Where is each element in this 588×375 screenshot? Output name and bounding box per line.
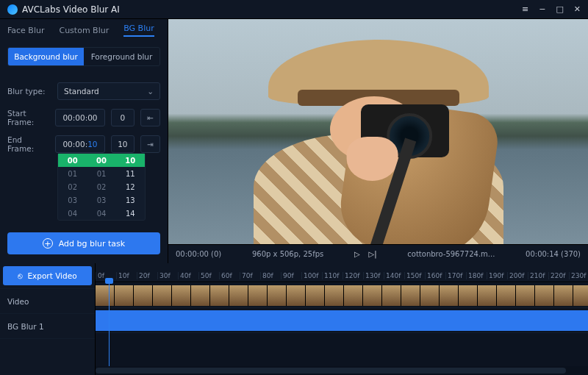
blur-type-select[interactable]: Standard ⌄ [57,82,160,100]
ruler-tick[interactable]: 130f [363,272,384,279]
picker-cell[interactable]: 14 [116,207,145,220]
seg-background-blur[interactable]: Background blur [8,48,84,65]
picker-cell[interactable]: 04 [58,207,87,220]
video-thumbnail[interactable] [229,285,248,306]
video-thumbnail[interactable] [535,285,554,306]
playbar: 00:00:00 (0) 960p x 506p, 25fps ▷ ▷| cot… [168,244,588,263]
ruler-tick[interactable]: 140f [384,272,404,279]
video-track[interactable] [96,282,588,307]
start-frame-set-icon[interactable]: ⇤ [140,109,160,126]
time-picker-popover: 000010 010111 020212 030313 040414 [57,153,146,221]
picker-cell[interactable]: 04 [87,207,115,220]
ruler-tick[interactable]: 90f [281,272,301,279]
picker-cell[interactable]: 00 [87,154,115,167]
picker-cell[interactable]: 10 [116,154,145,167]
ruler-tick[interactable]: 30f [157,272,178,279]
ruler-tick[interactable]: 60f [219,272,240,279]
video-thumbnail[interactable] [573,285,588,306]
ruler-tick[interactable]: 10f [116,272,137,279]
video-thumbnail[interactable] [440,285,459,306]
close-icon[interactable]: ✕ [574,4,581,14]
ruler-tick[interactable]: 110f [322,272,343,279]
video-thumbnail[interactable] [344,285,363,306]
ruler-tick[interactable]: 120f [343,272,363,279]
playbar-filename: cottonbro-5967724.m... [407,250,495,258]
video-thumbnail[interactable] [554,285,573,306]
video-thumbnail[interactable] [382,285,401,306]
video-thumbnail[interactable] [248,285,268,306]
plus-icon: + [43,238,53,249]
preview-pane: 00:00:00 (0) 960p x 506p, 25fps ▷ ▷| cot… [168,19,588,263]
timeline-ruler[interactable]: 0f10f20f30f40f50f60f70f80f90f100f110f120… [96,263,588,282]
ruler-tick[interactable]: 160f [425,272,445,279]
playbar-dimensions: 960p x 506p, 25fps [252,250,323,258]
ruler-tick[interactable]: 70f [240,272,260,279]
tab-face-blur[interactable]: Face Blur [7,26,44,35]
video-thumbnail[interactable] [478,285,497,306]
picker-cell[interactable]: 12 [116,180,145,193]
maximize-icon[interactable]: □ [556,4,563,14]
ruler-tick[interactable]: 20f [137,272,157,279]
picker-cell[interactable]: 11 [116,167,145,180]
end-frame-set-icon[interactable]: ⇥ [140,135,160,153]
end-frame-number[interactable]: 10 [111,135,135,153]
minimize-icon[interactable]: − [539,4,545,14]
start-frame-number[interactable]: 0 [111,109,135,126]
video-thumbnail[interactable] [115,285,134,306]
ruler-tick[interactable]: 80f [260,272,281,279]
ruler-tick[interactable]: 170f [445,272,466,279]
ruler-tick[interactable]: 100f [301,272,322,279]
video-thumbnail[interactable] [287,285,306,306]
video-thumbnail[interactable] [210,285,229,306]
video-thumbnail[interactable] [497,285,516,306]
playbar-total: 00:00:14 (370) [526,250,581,258]
ruler-tick[interactable]: 200f [507,272,528,279]
ruler-tick[interactable]: 50f [198,272,219,279]
ruler-tick[interactable]: 230f [569,272,588,279]
titlebar: AVCLabs Video Blur AI ≡ − □ ✕ [0,0,588,19]
picker-cell[interactable]: 02 [58,180,87,193]
picker-cell[interactable]: 01 [58,167,87,180]
start-frame-time[interactable]: 00:00:00 [55,109,104,126]
video-thumbnail[interactable] [153,285,172,306]
tab-bg-blur[interactable]: BG Blur [123,24,154,37]
add-bg-blur-task-button[interactable]: + Add bg blur task [7,232,160,254]
picker-cell[interactable]: 00 [58,154,87,167]
ruler-tick[interactable]: 220f [548,272,569,279]
video-thumbnail[interactable] [306,285,325,306]
picker-cell[interactable]: 13 [116,193,145,207]
export-video-button[interactable]: ⎋ Export Video [3,266,92,285]
menu-icon[interactable]: ≡ [522,4,528,14]
video-thumbnail[interactable] [363,285,382,306]
picker-cell[interactable]: 03 [87,193,115,207]
ruler-tick[interactable]: 150f [404,272,425,279]
video-thumbnail[interactable] [172,285,191,306]
ruler-tick[interactable]: 40f [178,272,198,279]
picker-cell[interactable]: 02 [87,180,115,193]
video-preview[interactable] [168,19,588,244]
video-thumbnail[interactable] [401,285,420,306]
bgblur-track[interactable] [96,307,588,332]
video-thumbnail[interactable] [96,285,115,306]
video-thumbnail[interactable] [420,285,440,306]
chevron-down-icon: ⌄ [147,87,154,96]
video-thumbnail[interactable] [134,285,153,306]
video-thumbnail[interactable] [268,285,287,306]
timeline-scrollbar[interactable] [96,366,588,375]
seg-foreground-blur[interactable]: Foreground blur [84,48,159,65]
bgblur-clip[interactable] [96,310,588,331]
picker-cell[interactable]: 03 [58,193,87,207]
video-thumbnail[interactable] [325,285,344,306]
video-thumbnail[interactable] [191,285,210,306]
next-frame-icon[interactable]: ▷| [369,250,377,258]
tab-custom-blur[interactable]: Custom Blur [59,26,109,35]
playhead[interactable] [109,282,110,366]
ruler-tick[interactable]: 190f [487,272,507,279]
end-frame-time[interactable]: 00:00:10 [55,135,104,153]
ruler-tick[interactable]: 180f [466,272,487,279]
play-icon[interactable]: ▷ [354,250,360,258]
video-thumbnail[interactable] [459,285,478,306]
video-thumbnail[interactable] [516,285,535,306]
ruler-tick[interactable]: 210f [528,272,548,279]
picker-cell[interactable]: 01 [87,167,115,180]
